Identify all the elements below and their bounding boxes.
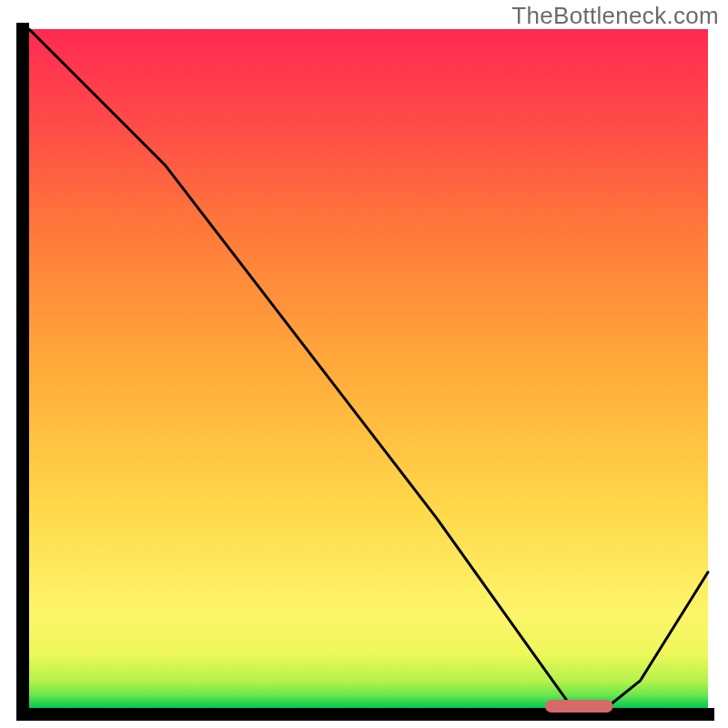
- bottleneck-chart: TheBottleneck.com: [0, 0, 728, 728]
- chart-svg: [0, 0, 728, 728]
- optimal-range-marker: [545, 700, 613, 713]
